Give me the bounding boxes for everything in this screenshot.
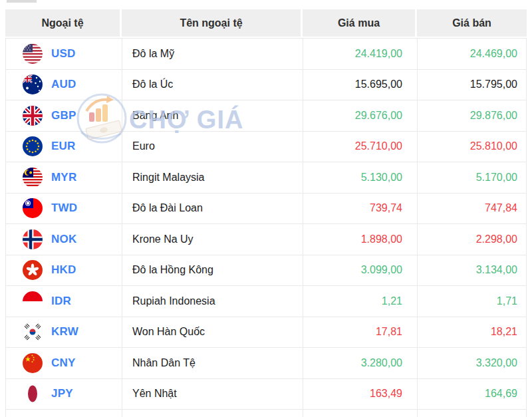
currency-code[interactable]: MYR — [51, 171, 76, 184]
sell-price: 747,84 — [418, 194, 527, 224]
sell-price: 3.134,00 — [418, 255, 527, 286]
sell-price: 164,69 — [418, 379, 527, 410]
table-row[interactable]: IDR Rupiah Indonesia 1,21 1,71 — [6, 286, 526, 317]
currency-name: Đô la Úc — [122, 70, 303, 100]
exchange-rate-table: Ngoại tệ Tên ngoại tệ Giá mua Giá bán US… — [5, 9, 527, 417]
sell-price: 5.170,00 — [418, 162, 527, 193]
buy-price: 24.419,00 — [303, 39, 418, 69]
eu-flag-icon — [23, 136, 43, 156]
col-header-sell: Giá bán — [417, 9, 527, 37]
sell-price: 29.876,00 — [418, 100, 527, 131]
col-header-buy: Giá mua — [303, 9, 417, 37]
currency-code[interactable]: AUD — [51, 78, 76, 91]
currency-code[interactable]: USD — [51, 47, 76, 61]
currency-name: Đô la Mỹ — [122, 39, 303, 69]
buy-price: 3.099,00 — [303, 255, 418, 286]
buy-price: 29.676,00 — [303, 100, 418, 131]
table-row[interactable]: USD Đô la Mỹ 24.419,00 24.469,00 — [6, 39, 526, 70]
buy-price: 1.898,00 — [303, 224, 418, 255]
currency-code[interactable]: GBP — [51, 109, 76, 122]
currency-code[interactable]: IDR — [51, 295, 71, 308]
japan-flag-icon — [23, 384, 43, 404]
table-row[interactable]: CNY Nhân Dân Tệ 3.280,00 3.320,00 — [6, 348, 526, 379]
sell-price: 24.469,00 — [418, 39, 527, 69]
buy-price: 1,21 — [303, 286, 418, 317]
buy-price: 25.710,00 — [303, 132, 418, 162]
currency-name: Đô la Đài Loan — [122, 194, 303, 224]
table-row[interactable]: GBP Bảng Anh 29.676,00 29.876,00 — [6, 100, 526, 132]
buy-price: 15.695,00 — [303, 70, 418, 100]
currency-name: Krone Na Uy — [122, 224, 303, 255]
australia-flag-icon — [23, 74, 43, 94]
buy-price: 5.130,00 — [303, 162, 418, 193]
table-row[interactable]: TWD Đô la Đài Loan 739,74 747,84 — [6, 194, 526, 225]
currency-name: Rupiah Indonesia — [122, 286, 303, 317]
currency-name: Yên Nhật — [122, 379, 303, 410]
taiwan-flag-icon — [23, 198, 43, 218]
currency-name: Đô la Hồng Kông — [122, 255, 303, 286]
table-row[interactable]: AUD Đô la Úc 15.695,00 15.795,00 — [6, 70, 526, 101]
currency-code[interactable]: EUR — [51, 140, 76, 153]
table-row[interactable]: HKD Đô la Hồng Kông 3.099,00 3.134,00 — [6, 255, 526, 287]
col-header-name: Tên ngoại tệ — [122, 9, 303, 37]
currency-code[interactable]: HKD — [51, 263, 76, 277]
currency-name: Ringit Malaysia — [122, 162, 303, 193]
page-top-fragment — [7, 0, 37, 3]
buy-price: 3.280,00 — [303, 348, 418, 378]
currency-name: Bảng Anh — [122, 100, 303, 131]
table-row[interactable]: EUR Euro 25.710,00 25.810,00 — [6, 132, 526, 163]
table-row[interactable]: MYR Ringit Malaysia 5.130,00 5.170,00 — [6, 162, 526, 194]
uk-flag-icon — [23, 106, 43, 126]
table-row[interactable]: NOK Krone Na Uy 1.898,00 2.298,00 — [6, 224, 526, 255]
sell-price: 3.320,00 — [418, 348, 527, 378]
currency-name: Won Hàn Quốc — [122, 317, 303, 348]
sell-price: 25.810,00 — [418, 132, 527, 162]
buy-price: 163,49 — [303, 379, 418, 410]
south-korea-flag-icon — [23, 322, 43, 342]
currency-code[interactable]: NOK — [51, 233, 76, 246]
currency-code[interactable]: KRW — [51, 325, 78, 339]
sell-price: 18,21 — [418, 317, 527, 348]
table-body: USD Đô la Mỹ 24.419,00 24.469,00 AUD Đô … — [5, 38, 527, 417]
table-header: Ngoại tệ Tên ngoại tệ Giá mua Giá bán — [5, 9, 527, 37]
buy-price: 739,74 — [303, 194, 418, 224]
currency-code[interactable]: JPY — [51, 387, 73, 400]
norway-flag-icon — [23, 229, 43, 249]
currency-code[interactable]: CNY — [51, 356, 76, 370]
sell-price: 2.298,00 — [418, 224, 527, 255]
currency-name: Euro — [122, 132, 303, 162]
indonesia-flag-icon — [23, 291, 43, 311]
us-flag-icon — [23, 44, 43, 64]
table-row[interactable]: JPY Yên Nhật 163,49 164,69 — [6, 379, 526, 410]
currency-name: Nhân Dân Tệ — [122, 348, 303, 378]
table-row[interactable]: KRW Won Hàn Quốc 17,81 18,21 — [6, 317, 526, 348]
china-flag-icon — [23, 353, 43, 373]
sell-price: 15.795,00 — [418, 70, 527, 100]
col-header-currency: Ngoại tệ — [5, 9, 122, 37]
malaysia-flag-icon — [23, 168, 43, 188]
table-row-partial — [6, 410, 526, 417]
buy-price: 17,81 — [303, 317, 418, 348]
hongkong-flag-icon — [23, 260, 43, 280]
currency-code[interactable]: TWD — [51, 202, 77, 215]
sell-price: 1,71 — [418, 286, 527, 317]
